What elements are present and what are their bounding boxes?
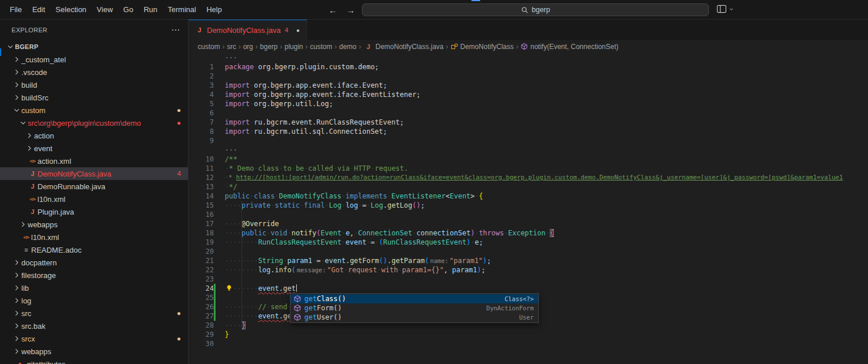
- code-line-14[interactable]: 14public·class·DemoNotifyClass·implement…: [188, 192, 868, 201]
- code-line-24[interactable]: 24········event.get: [188, 284, 868, 293]
- tree-item-docpattern[interactable]: docpattern: [0, 256, 188, 269]
- code-line-9[interactable]: 9: [188, 136, 868, 145]
- line-number: 20: [188, 247, 214, 256]
- code-editor[interactable]: ···1package·org.bgerp.plugin.custom.demo…: [188, 53, 868, 348]
- tree-item-build[interactable]: build: [0, 78, 188, 91]
- code-line-5[interactable]: 5import·org.bgerp.util.Log;: [188, 99, 868, 108]
- tree-item-src[interactable]: src●: [0, 307, 188, 320]
- code-line-15[interactable]: 15····private·static·final·Log·log·=·Log…: [188, 201, 868, 210]
- code-text: ···: [225, 53, 237, 62]
- code-line-18[interactable]: 18····public·void·notify(Event·e,·Connec…: [188, 228, 868, 238]
- explorer-more-actions-button[interactable]: ⋯: [171, 25, 180, 35]
- tree-item-action[interactable]: action: [0, 129, 188, 142]
- menu-file[interactable]: File: [5, 3, 27, 16]
- lightbulb-icon[interactable]: [225, 284, 233, 294]
- tree-item-webapps[interactable]: webapps: [0, 345, 188, 358]
- tree-item-demonotifyclass-java[interactable]: JDemoNotifyClass.java4: [0, 167, 188, 180]
- tree-item-event[interactable]: event: [0, 142, 188, 155]
- menu-selection[interactable]: Selection: [50, 3, 91, 16]
- code-line-20[interactable]: 20: [188, 247, 868, 256]
- menu-run[interactable]: Run: [138, 3, 163, 16]
- tree-item-action-xml[interactable]: </>action.xml: [0, 155, 188, 167]
- tree-item-log[interactable]: log: [0, 294, 188, 307]
- gutter-decoration: [214, 265, 225, 275]
- breadcrumb-item-demonotifyclass[interactable]: DemoNotifyClass: [451, 43, 514, 51]
- tree-item-demorunnable-java[interactable]: JDemoRunnable.java: [0, 180, 188, 193]
- code-line-1[interactable]: 1package·org.bgerp.plugin.custom.demo;: [188, 62, 868, 72]
- menu-view[interactable]: View: [92, 3, 118, 16]
- tree-item-label: src\org\bgerp\plugin\custom\demo: [28, 119, 141, 127]
- code-line-10[interactable]: 10/**: [188, 155, 868, 164]
- code-line-fold[interactable]: ···: [188, 145, 868, 155]
- forward-button[interactable]: →: [346, 5, 355, 15]
- suggest-item-getform[interactable]: getForm()DynActionForm: [290, 303, 538, 313]
- title-bar: FileEditSelectionViewGoRunTerminalHelp ←…: [0, 0, 868, 20]
- tree-item-custom-atel[interactable]: _custom_atel: [0, 53, 188, 66]
- tree-item-src-bak[interactable]: src.bak: [0, 320, 188, 332]
- tree-item-gitattributes[interactable]: ◆.gitattributes: [0, 358, 188, 364]
- breadcrumb-item-custom[interactable]: custom: [198, 43, 220, 51]
- command-center-search[interactable]: bgerp: [362, 3, 709, 16]
- code-line-7[interactable]: 7import·ru.bgcrm.event.RunClassRequestEv…: [188, 118, 868, 127]
- code-line-8[interactable]: 8import·ru.bgcrm.util.sql.ConnectionSet;: [188, 127, 868, 136]
- menu-edit[interactable]: Edit: [27, 3, 50, 16]
- code-line-4[interactable]: 4import·org.bgerp.app.event.iface.EventL…: [188, 90, 868, 99]
- modified-dot: ●: [177, 106, 181, 114]
- breadcrumb-item-notify-event-connectionset[interactable]: notify(Event, ConnectionSet): [520, 43, 618, 51]
- code-line-2[interactable]: 2: [188, 72, 868, 81]
- breadcrumb-item-plugin[interactable]: plugin: [285, 43, 303, 51]
- breadcrumb-item-src[interactable]: src: [227, 43, 236, 51]
- menu-help[interactable]: Help: [201, 3, 227, 16]
- code-line-21[interactable]: 21········String·param1·=·event.getForm(…: [188, 256, 868, 265]
- tree-item-vscode[interactable]: .vscode: [0, 66, 188, 78]
- xml-file-icon: </>: [28, 197, 37, 202]
- code-line-fold[interactable]: ···: [188, 53, 868, 62]
- code-line-23[interactable]: 23: [188, 275, 868, 284]
- tree-item-srcx[interactable]: srcx●: [0, 332, 188, 345]
- layout-button[interactable]: [716, 5, 734, 13]
- code-line-19[interactable]: 19········RunClassRequestEvent·event·=·(…: [188, 238, 868, 247]
- tree-item-l10n-xml[interactable]: </>l10n.xml: [0, 193, 188, 205]
- tree-item-plugin-java[interactable]: JPlugin.java: [0, 205, 188, 218]
- code-text: ····@Override: [225, 219, 279, 228]
- code-line-13[interactable]: 13·*/: [188, 182, 868, 192]
- suggest-item-getuser[interactable]: getUser()User: [290, 313, 538, 322]
- focus-indicator: [0, 48, 1, 56]
- code-line-29[interactable]: 29}: [188, 330, 868, 339]
- gutter-decoration: [214, 136, 225, 145]
- tree-item-readme-adoc[interactable]: ≡README.adoc: [0, 243, 188, 256]
- breadcrumb-item-custom[interactable]: custom: [310, 43, 333, 51]
- tree-item-lib[interactable]: lib: [0, 282, 188, 294]
- tree-item-filestorage[interactable]: filestorage: [0, 269, 188, 282]
- back-button[interactable]: ←: [329, 5, 337, 15]
- tree-item-label: action: [34, 132, 54, 140]
- code-line-17[interactable]: 17····@Override: [188, 219, 868, 228]
- breadcrumb-item-demonotifyclass-java[interactable]: JDemoNotifyClass.java: [363, 43, 443, 51]
- chevron-down-icon: [12, 106, 21, 115]
- code-line-11[interactable]: 11·*·Demo·class·to·be·called·via·HTTP·re…: [188, 164, 868, 173]
- method-symbol-icon: [520, 43, 528, 50]
- gutter-decoration: [214, 256, 225, 265]
- tree-item-custom[interactable]: custom●: [0, 104, 188, 117]
- modified-indicator[interactable]: ●: [296, 27, 300, 33]
- breadcrumb-item-demo[interactable]: demo: [339, 43, 356, 51]
- editor-tab[interactable]: JDemoNotifyClass.java4●: [188, 20, 307, 40]
- suggest-item-getclass[interactable]: getClass()Class<?>: [290, 294, 538, 303]
- tree-item-webapps[interactable]: webapps: [0, 218, 188, 231]
- code-line-22[interactable]: 22········log.info(message:"Got·request·…: [188, 265, 868, 275]
- menu-go[interactable]: Go: [118, 3, 138, 16]
- tree-item-bgerp[interactable]: BGERP: [0, 40, 188, 53]
- breadcrumb-item-org[interactable]: org: [243, 43, 253, 51]
- breadcrumb-item-bgerp[interactable]: bgerp: [260, 43, 278, 51]
- tree-item-buildsrc[interactable]: buildSrc: [0, 91, 188, 104]
- code-line-6[interactable]: 6: [188, 108, 868, 118]
- code-line-12[interactable]: 12·*·http://[host]:[port]/admin/run.do?a…: [188, 173, 868, 182]
- tree-item-l10n-xml[interactable]: </>l10n.xml: [0, 231, 188, 243]
- code-line-16[interactable]: 16: [188, 210, 868, 219]
- tree-item-src-org-bgerp-plugin-custom-demo[interactable]: src\org\bgerp\plugin\custom\demo●: [0, 117, 188, 129]
- code-line-3[interactable]: 3import·org.bgerp.app.event.iface.Event;: [188, 81, 868, 90]
- editor-area: JDemoNotifyClass.java4● custom›src›org›b…: [188, 20, 868, 364]
- menu-terminal[interactable]: Terminal: [163, 3, 201, 16]
- code-line-30[interactable]: 30: [188, 339, 868, 348]
- line-number: 4: [188, 90, 214, 99]
